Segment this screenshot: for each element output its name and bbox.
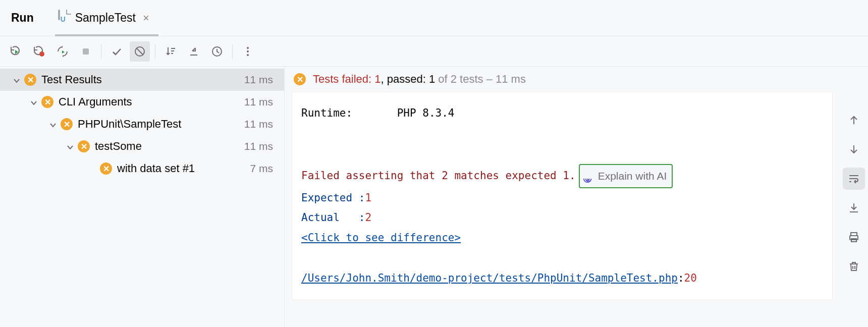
chevron-down-icon[interactable] bbox=[29, 97, 38, 106]
toolbar-separator bbox=[101, 44, 101, 59]
toolbar-separator bbox=[155, 44, 155, 59]
show-ignored-icon[interactable] bbox=[130, 41, 150, 62]
summary-failed-label: Tests failed: bbox=[313, 73, 374, 85]
run-toolbar bbox=[0, 36, 868, 67]
test-summary: ✕ Tests failed: 1, passed: 1 of 2 tests … bbox=[285, 67, 840, 90]
tree-time: 11 ms bbox=[244, 118, 273, 130]
test-file-icon: U bbox=[58, 11, 70, 26]
tab-title: SampleTest bbox=[75, 11, 136, 25]
show-passed-icon[interactable] bbox=[106, 41, 127, 62]
editor-tab[interactable]: U SampleTest × bbox=[55, 0, 158, 36]
print-icon[interactable] bbox=[843, 226, 865, 248]
tree-node[interactable]: ✕ CLI Arguments 11 ms bbox=[0, 91, 284, 113]
history-icon[interactable] bbox=[207, 41, 227, 62]
fail-badge-icon: ✕ bbox=[294, 73, 306, 85]
main-split: ✕ Test Results 11 ms ✕ CLI Arguments 11 … bbox=[0, 67, 868, 327]
actual-value: 2 bbox=[365, 211, 371, 224]
tree-time: 7 ms bbox=[250, 162, 273, 175]
runtime-value: PHP 8.3.4 bbox=[397, 107, 455, 119]
summary-passed-label: , passed: bbox=[381, 73, 429, 85]
tree-time: 11 ms bbox=[244, 96, 273, 108]
chevron-down-icon[interactable] bbox=[48, 120, 58, 129]
fail-badge-icon: ✕ bbox=[100, 162, 112, 175]
tree-node[interactable]: ✕ PHPUnit\SampleTest 11 ms bbox=[0, 113, 284, 135]
toolbar-separator bbox=[232, 44, 233, 59]
svg-point-4 bbox=[247, 47, 249, 49]
actual-label: Actual : bbox=[301, 211, 365, 224]
expand-all-icon[interactable] bbox=[184, 41, 204, 62]
expected-label: Expected : bbox=[301, 192, 365, 204]
run-tool-window-label: Run bbox=[11, 11, 34, 25]
svg-rect-1 bbox=[83, 48, 89, 54]
top-tab-bar: Run U SampleTest × bbox=[0, 0, 868, 36]
tree-node[interactable]: ✕ testSome 11 ms bbox=[0, 135, 284, 157]
runtime-label: Runtime: bbox=[301, 107, 352, 119]
rerun-failed-icon[interactable] bbox=[29, 41, 49, 62]
tree-time: 11 ms bbox=[244, 74, 273, 86]
svg-point-6 bbox=[247, 54, 249, 56]
console-output: ✕ Tests failed: 1, passed: 1 of 2 tests … bbox=[285, 67, 840, 327]
summary-passed-count: 1 bbox=[429, 73, 435, 85]
fail-badge-icon: ✕ bbox=[61, 118, 73, 130]
chevron-down-icon[interactable] bbox=[12, 75, 21, 84]
export-icon[interactable] bbox=[843, 197, 865, 219]
toggle-auto-test-icon[interactable] bbox=[52, 41, 73, 62]
fail-badge-icon: ✕ bbox=[24, 74, 36, 86]
tree-label: CLI Arguments bbox=[59, 95, 132, 108]
output-gutter bbox=[840, 67, 868, 327]
file-line-number: 20 bbox=[684, 272, 697, 284]
svg-point-0 bbox=[39, 51, 44, 57]
tree-label: testSome bbox=[95, 140, 142, 153]
see-difference-link[interactable]: <Click to see difference> bbox=[301, 232, 461, 244]
explain-with-ai-label: Explain with AI bbox=[598, 166, 667, 186]
trash-icon[interactable] bbox=[843, 255, 865, 278]
chevron-down-icon[interactable] bbox=[66, 142, 75, 151]
tree-label: with data set #1 bbox=[117, 162, 195, 175]
tree-time: 11 ms bbox=[244, 140, 273, 152]
soft-wrap-icon[interactable] bbox=[843, 168, 865, 190]
spiral-icon bbox=[583, 171, 594, 182]
fail-badge-icon: ✕ bbox=[41, 96, 53, 108]
tree-leaf[interactable]: ✕ with data set #1 7 ms bbox=[0, 157, 284, 180]
up-arrow-icon[interactable] bbox=[843, 109, 865, 131]
explain-with-ai-button[interactable]: Explain with AI bbox=[579, 164, 673, 188]
down-arrow-icon[interactable] bbox=[843, 138, 865, 160]
more-icon[interactable] bbox=[238, 41, 258, 62]
fail-badge-icon: ✕ bbox=[78, 140, 90, 152]
tree-label: PHPUnit\SampleTest bbox=[78, 118, 181, 131]
tree-label: Test Results bbox=[41, 73, 102, 86]
summary-tail: of 2 tests – 11 ms bbox=[435, 73, 526, 85]
file-path-link[interactable]: /Users/John.Smith/demo-project/tests/Php… bbox=[301, 272, 678, 284]
sort-icon[interactable] bbox=[160, 41, 181, 62]
assertion-error: Failed asserting that 2 matches expected… bbox=[301, 170, 576, 182]
output-panel: ✕ Tests failed: 1, passed: 1 of 2 tests … bbox=[285, 67, 868, 327]
stop-icon[interactable] bbox=[76, 41, 96, 62]
summary-failed-count: 1 bbox=[374, 73, 381, 85]
console-text[interactable]: Runtime: PHP 8.3.4 Failed asserting that… bbox=[292, 92, 833, 300]
tree-root[interactable]: ✕ Test Results 11 ms bbox=[0, 69, 284, 91]
svg-point-5 bbox=[247, 50, 249, 52]
close-tab-icon[interactable]: × bbox=[141, 12, 151, 25]
expected-value: 1 bbox=[365, 192, 371, 204]
rerun-icon[interactable] bbox=[6, 41, 26, 62]
test-tree: ✕ Test Results 11 ms ✕ CLI Arguments 11 … bbox=[0, 67, 285, 327]
